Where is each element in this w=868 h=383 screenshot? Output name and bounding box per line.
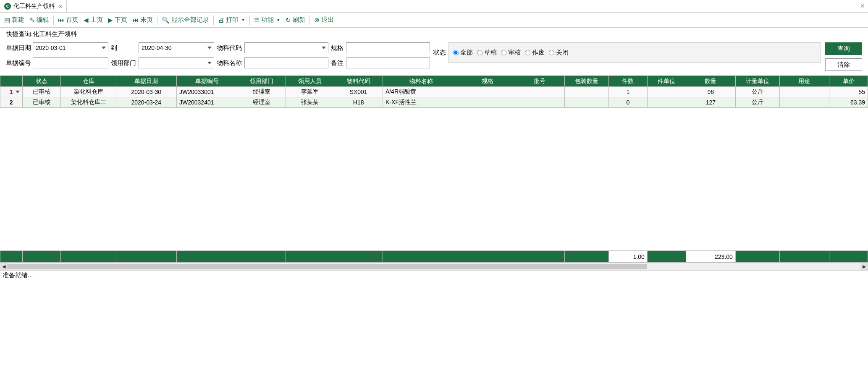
cell[interactable]: [565, 97, 609, 108]
radio-draft[interactable]: 草稿: [477, 49, 497, 57]
separator: [53, 16, 54, 25]
col-matname[interactable]: 物料名称: [383, 76, 460, 87]
matcode-select[interactable]: [244, 42, 328, 53]
spec-input[interactable]: [346, 42, 430, 53]
cell[interactable]: 96: [686, 87, 735, 97]
cell[interactable]: [515, 87, 564, 97]
col-dept[interactable]: 领用部门: [237, 76, 286, 87]
cell[interactable]: [565, 87, 609, 97]
cell[interactable]: H18: [334, 97, 383, 108]
first-icon: ⏮: [58, 16, 64, 23]
show-all-button[interactable]: 🔍显示全部记录: [159, 14, 212, 26]
tab-active[interactable]: ⊕ 化工料生产领料 ×: [0, 0, 67, 12]
new-button[interactable]: ▤新建: [2, 14, 27, 26]
next-page-button[interactable]: ▶下页: [105, 14, 130, 26]
tab-title: 化工料生产领料: [13, 3, 55, 10]
cell[interactable]: 63.39: [829, 97, 868, 108]
remark-input[interactable]: [346, 57, 430, 68]
last-page-button[interactable]: ⏭末页: [130, 14, 155, 26]
table-row[interactable]: 2已审核染化料仓库二2020-03-24JW20032401经理室张某某H18K…: [0, 97, 868, 108]
col-pieces[interactable]: 件数: [609, 76, 648, 87]
functions-button[interactable]: ☰功能▼: [252, 14, 283, 26]
col-batch[interactable]: 批号: [515, 76, 564, 87]
docno-label: 单据编号: [6, 59, 33, 67]
col-use[interactable]: 用途: [779, 76, 829, 87]
cell[interactable]: 2020-03-24: [116, 97, 176, 108]
cell[interactable]: [460, 87, 515, 97]
cell[interactable]: 公斤: [735, 97, 779, 108]
radio-closed[interactable]: 关闭: [549, 49, 569, 57]
cell[interactable]: [647, 97, 686, 108]
exit-button[interactable]: ⊗退出: [312, 14, 336, 26]
cell[interactable]: 0: [609, 97, 648, 108]
scroll-track[interactable]: [8, 264, 860, 269]
cell[interactable]: 2: [0, 97, 23, 108]
radio-audited[interactable]: 审核: [501, 49, 521, 57]
col-unit[interactable]: 计量单位: [735, 76, 779, 87]
cell[interactable]: 127: [686, 97, 735, 108]
matname-input[interactable]: [244, 57, 328, 68]
cell[interactable]: SX001: [334, 87, 383, 97]
cell[interactable]: [647, 87, 686, 97]
radio-void[interactable]: 作废: [525, 49, 545, 57]
col-status[interactable]: 状态: [22, 76, 61, 87]
cell[interactable]: JW20032401: [177, 97, 237, 108]
radio-all[interactable]: 全部: [453, 49, 473, 57]
edit-button[interactable]: ✎编辑: [27, 14, 52, 26]
scroll-right-icon[interactable]: ▶: [860, 263, 868, 270]
col-spec[interactable]: 规格: [460, 76, 515, 87]
refresh-button[interactable]: ↻刷新: [283, 14, 308, 26]
cell[interactable]: JW20033001: [177, 87, 237, 97]
cell[interactable]: A/4R弱酸黄: [383, 87, 460, 97]
scroll-left-icon[interactable]: ◀: [0, 263, 8, 270]
date-to-select[interactable]: [139, 42, 214, 53]
col-matcode[interactable]: 物料代码: [334, 76, 383, 87]
cell[interactable]: 1: [0, 87, 23, 97]
cell[interactable]: 已审核: [22, 97, 61, 108]
prev-page-button[interactable]: ◀上页: [81, 14, 105, 26]
dept-input[interactable]: [139, 57, 214, 68]
separator: [157, 16, 157, 25]
date-from-input[interactable]: [33, 42, 108, 53]
cell[interactable]: [460, 97, 515, 108]
table-row[interactable]: 1已审核染化料仓库2020-03-30JW20033001经理室李延军SX001…: [0, 87, 868, 97]
col-packqty[interactable]: 包装数量: [565, 76, 609, 87]
cell[interactable]: K-XF活性兰: [383, 97, 460, 108]
col-docno[interactable]: 单据编号: [177, 76, 237, 87]
window-close-icon[interactable]: ×: [860, 2, 865, 10]
cell[interactable]: 2020-03-30: [116, 87, 176, 97]
clear-button[interactable]: 清除: [825, 58, 862, 71]
cell[interactable]: [515, 97, 564, 108]
cell[interactable]: 已审核: [22, 87, 61, 97]
matcode-input[interactable]: [244, 42, 328, 53]
query-button[interactable]: 查询: [825, 42, 862, 55]
cell[interactable]: 1: [609, 87, 648, 97]
col-qty[interactable]: 数量: [686, 76, 735, 87]
horizontal-scrollbar[interactable]: ◀ ▶: [0, 263, 868, 270]
date-to-input[interactable]: [139, 42, 214, 53]
cell[interactable]: [779, 97, 829, 108]
print-button[interactable]: 🖨打印▼: [215, 14, 248, 26]
col-price[interactable]: 单价: [829, 76, 868, 87]
scroll-thumb[interactable]: [8, 264, 647, 269]
cell[interactable]: 公斤: [735, 87, 779, 97]
cell[interactable]: [779, 87, 829, 97]
status-bar: 准备就绪...: [0, 270, 868, 280]
close-icon[interactable]: ×: [57, 3, 62, 10]
date-from-select[interactable]: [33, 42, 108, 53]
dept-select[interactable]: [139, 57, 214, 68]
cell[interactable]: 染化料仓库: [61, 87, 116, 97]
cell[interactable]: 经理室: [237, 97, 286, 108]
col-person[interactable]: 领用人员: [286, 76, 334, 87]
first-page-button[interactable]: ⏮首页: [55, 14, 81, 26]
cell[interactable]: 经理室: [237, 87, 286, 97]
print-icon: 🖨: [218, 16, 224, 23]
cell[interactable]: 张某某: [286, 97, 334, 108]
docno-input[interactable]: [33, 57, 108, 68]
cell[interactable]: 染化料仓库二: [61, 97, 116, 108]
col-date[interactable]: 单据日期: [116, 76, 176, 87]
col-pieceunit[interactable]: 件单位: [647, 76, 686, 87]
cell[interactable]: 55: [829, 87, 868, 97]
col-warehouse[interactable]: 仓库: [61, 76, 116, 87]
cell[interactable]: 李延军: [286, 87, 334, 97]
